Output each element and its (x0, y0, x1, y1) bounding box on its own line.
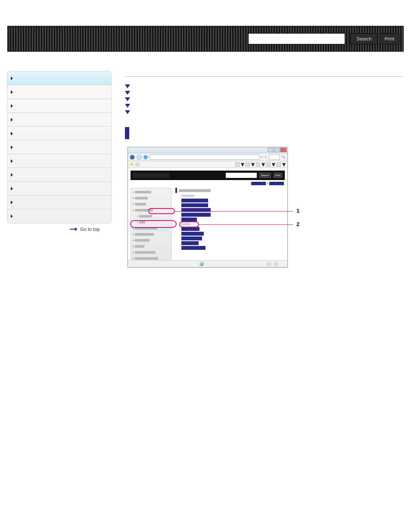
illus-status-bar (128, 260, 287, 267)
sidebar-item-6[interactable] (7, 154, 111, 168)
illus-logo (133, 173, 169, 178)
sidebar-item-10[interactable] (7, 209, 111, 223)
anchor-link-4[interactable] (125, 110, 403, 114)
anchor-list (125, 84, 403, 114)
section-accent-bar (125, 127, 129, 139)
illus-search-input (226, 173, 257, 178)
top-bar: Search Print (7, 26, 404, 52)
illus-search-box (269, 155, 280, 160)
triangle-down-icon (125, 84, 130, 88)
illus-status-icon (267, 262, 271, 266)
help-illustration: ▾ ↻ 🔍 ▾ ▾ ▾ ▾ ▾ (128, 147, 288, 268)
title-divider (125, 76, 403, 77)
illus-sidebar (131, 188, 172, 266)
sidebar (7, 71, 112, 224)
illus-toolbar-icon (246, 162, 250, 167)
illus-section-bar (175, 188, 177, 193)
triangle-down-icon (125, 110, 130, 114)
main-content: ▾ ↻ 🔍 ▾ ▾ ▾ ▾ ▾ (125, 71, 403, 268)
goto-top-label: Go to top (80, 227, 100, 232)
illus-content (175, 188, 285, 266)
illus-status-icon (274, 262, 278, 266)
section-heading (125, 127, 403, 139)
goto-top-link[interactable]: Go to top (70, 227, 100, 232)
sidebar-item-8[interactable] (7, 182, 111, 196)
sidebar-item-4[interactable] (7, 127, 111, 140)
illus-titlebar (128, 147, 287, 153)
illus-favorites-icon (130, 162, 134, 167)
illus-print-button: Print (274, 173, 282, 178)
illus-header: Search Print (131, 171, 285, 180)
illus-address-bar (149, 155, 259, 160)
illus-max-icon (274, 148, 280, 152)
illus-resize-grip-icon (280, 262, 285, 266)
illus-back-icon (130, 155, 135, 160)
illus-browser-icon (143, 155, 148, 159)
search-input[interactable] (248, 33, 345, 44)
illus-toolbar-icon (266, 162, 271, 167)
illus-sidebar-active-item (132, 226, 170, 231)
illus-toolbar-icon (235, 162, 240, 167)
illus-close-icon (280, 148, 286, 152)
illus-min-icon (268, 148, 274, 152)
triangle-down-icon (125, 91, 130, 95)
illus-highlighted-link (181, 218, 197, 221)
sidebar-item-7[interactable] (7, 168, 111, 182)
anchor-link-2[interactable] (125, 97, 403, 101)
sidebar-item-9[interactable] (7, 196, 111, 209)
triangle-down-icon (125, 104, 130, 108)
search-button[interactable]: Search (350, 33, 378, 44)
print-button[interactable]: Print (380, 33, 399, 44)
illus-search-button: Search (259, 173, 271, 178)
sidebar-item-0[interactable] (7, 72, 111, 85)
illus-window: ▾ ↻ 🔍 ▾ ▾ ▾ ▾ ▾ (128, 147, 288, 268)
illus-toolbar: ▾ ▾ ▾ ▾ ▾ (128, 161, 287, 168)
anchor-link-1[interactable] (125, 91, 403, 95)
illus-toolbar-icon (256, 162, 260, 167)
sidebar-item-5[interactable] (7, 140, 111, 154)
illus-tab-icon (135, 162, 140, 167)
illus-globe-icon (199, 262, 204, 266)
illus-forward-icon (137, 155, 142, 160)
illus-breadcrumb: > (128, 182, 284, 185)
callout-number-2: 2 (296, 221, 299, 227)
anchor-link-0[interactable] (125, 84, 403, 88)
illus-toolbar-icon (277, 162, 281, 167)
anchor-link-3[interactable] (125, 104, 403, 108)
arrow-right-icon (70, 227, 78, 231)
callout-number-1: 1 (296, 208, 299, 214)
triangle-down-icon (125, 97, 130, 101)
sidebar-item-3[interactable] (7, 113, 111, 127)
sidebar-item-2[interactable] (7, 99, 111, 113)
sidebar-item-1[interactable] (7, 85, 111, 99)
